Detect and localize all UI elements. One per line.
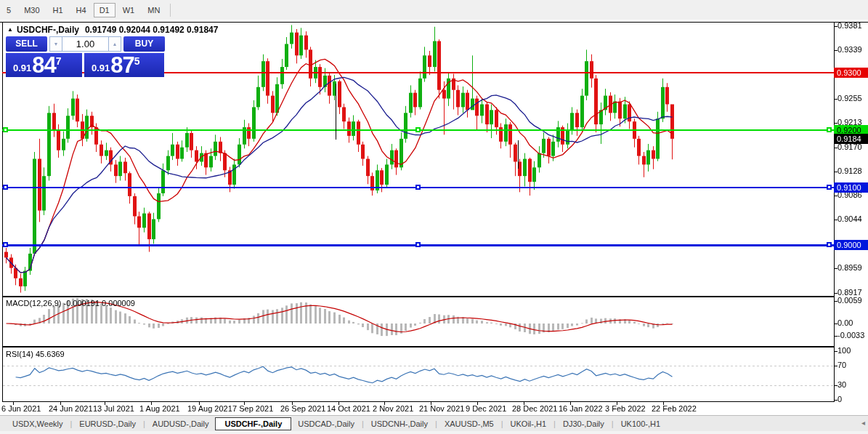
date-label: 6 Jun 2021 <box>1 404 41 413</box>
date-label: 1 Aug 2021 <box>139 404 180 413</box>
tab-scroll-left-icon[interactable]: ◂ <box>861 419 865 427</box>
line-handle[interactable] <box>827 127 832 132</box>
price-axis-line <box>834 22 835 402</box>
price-tick-label: 0.8917 <box>837 288 862 297</box>
collapse-arrow-icon[interactable]: ▲ <box>7 26 13 33</box>
date-label: 21 Nov 2021 <box>419 404 464 413</box>
macd-value-main: -0.000191 <box>63 299 100 308</box>
volume-decrease-button[interactable]: ▾ <box>49 36 62 52</box>
sell-price-prefix: 0.91 <box>13 63 31 73</box>
rsi-pane-label: RSI(14) 45.6369 <box>6 350 65 358</box>
rsi-axis-label: 0 <box>837 395 842 403</box>
status-strip <box>0 431 868 434</box>
chart-ohlc-values: 0.91749 0.92044 0.91492 0.91847 <box>85 25 219 35</box>
tab-eurusd-daily[interactable]: EURUSD-,Daily <box>73 417 142 430</box>
line-handle[interactable] <box>3 127 8 132</box>
line-handle[interactable] <box>3 242 8 247</box>
timeframe-button-d1[interactable]: D1 <box>94 3 115 17</box>
tab-audusd-daily[interactable]: AUDUSD-,Daily <box>146 417 216 430</box>
buy-button[interactable]: BUY <box>123 36 165 52</box>
vertical-line-object[interactable] <box>518 140 519 169</box>
line-handle[interactable] <box>415 127 421 132</box>
chart-border-bottom <box>2 401 835 402</box>
sell-price-display[interactable]: 0.91 84 7 <box>6 52 82 77</box>
macd-pane-separator <box>2 296 835 297</box>
date-label: 26 Sep 2021 <box>280 404 325 413</box>
price-tag-0.9100: 0.9100 <box>834 182 868 193</box>
sell-price-big: 84 <box>32 55 55 76</box>
date-label: 2 Nov 2021 <box>373 404 413 413</box>
date-label: 19 Aug 2021 <box>187 404 232 413</box>
macd-axis-label: 0.0059 <box>837 296 862 305</box>
price-tick-label: 0.9381 <box>837 21 862 30</box>
price-tag-0.9300: 0.9300 <box>834 68 868 78</box>
line-handle[interactable] <box>415 185 421 190</box>
date-label: 16 Jan 2022 <box>559 404 603 413</box>
toolbar-separator <box>170 4 171 17</box>
vertical-line-object[interactable] <box>336 84 336 140</box>
timeframe-button-h4[interactable]: H4 <box>70 3 92 17</box>
macd-axis-label: 0.00 <box>837 318 853 327</box>
line-handle[interactable] <box>827 242 832 247</box>
buy-price-big: 87 <box>110 55 134 76</box>
chart-symbol-label: USDCHF-,Daily <box>17 25 79 35</box>
sell-button[interactable]: SELL <box>6 36 47 52</box>
rsi-pane-separator <box>2 346 835 347</box>
rsi-axis-label: 70 <box>837 361 846 369</box>
date-label: 14 Oct 2021 <box>327 404 370 413</box>
macd-pane-label: MACD(12,26,9) -0.000191 0.000009 <box>6 299 135 308</box>
tab-ukoil-h1[interactable]: UKOil-,H1 <box>504 417 553 430</box>
macd-axis-label: -0.0033 <box>837 331 864 339</box>
sell-price-pip: 7 <box>56 55 62 67</box>
timeframe-button-m30[interactable]: M30 <box>18 3 45 17</box>
macd-value-signal: 0.000009 <box>102 299 135 308</box>
price-tag-0.9000: 0.9000 <box>834 240 868 250</box>
buy-price-display[interactable]: 0.91 87 5 <box>84 52 164 77</box>
one-click-trading-panel: SELL ▾ ▴ BUY 0.91 84 7 0.91 87 5 <box>6 36 165 77</box>
line-handle[interactable] <box>827 185 832 190</box>
tab-usdx-weekly[interactable]: USDX,Weekly <box>6 417 69 430</box>
tab-usdcnh-daily[interactable]: USDCNH-,Daily <box>365 417 434 430</box>
price-tick-label: 0.9339 <box>837 45 862 54</box>
volume-increase-button[interactable]: ▴ <box>108 36 121 52</box>
timeframe-button-5[interactable]: 5 <box>1 3 17 17</box>
date-label: 22 Feb 2022 <box>652 404 697 413</box>
rsi-axis-label: 30 <box>837 380 846 389</box>
chart-tab-bar: USDX,Weekly|EURUSD-,Daily|AUDUSD-,DailyU… <box>0 415 868 431</box>
date-label: 3 Feb 2022 <box>605 404 646 413</box>
date-label: 24 Jun 2021 <box>49 404 93 413</box>
price-tick-label: 0.8959 <box>837 263 862 272</box>
price-tick-label: 0.9128 <box>837 166 862 175</box>
chart-title: ▲USDCHF-,Daily0.91749 0.92044 0.91492 0.… <box>7 25 218 35</box>
date-label: 9 Dec 2021 <box>466 404 506 413</box>
date-label: 7 Sep 2021 <box>232 404 273 413</box>
price-tag-0.9184: 0.9184 <box>834 134 868 144</box>
rsi-label: RSI(14) <box>6 350 33 358</box>
tab-xauusd-m5[interactable]: XAUUSD-,M5 <box>438 417 500 430</box>
line-handle[interactable] <box>3 185 8 190</box>
price-tick-label: 0.9255 <box>837 94 862 103</box>
buy-price-prefix: 0.91 <box>92 63 110 73</box>
tab-usdchf-daily[interactable]: USDCHF-,Daily <box>215 417 291 430</box>
timeframe-toolbar: 5M30H1H4D1W1MN <box>0 0 868 20</box>
chart-border-top <box>0 22 868 23</box>
tab-uk100-h1[interactable]: UK100-,H1 <box>615 417 667 430</box>
volume-input[interactable] <box>62 36 108 52</box>
date-label: 13 Jul 2021 <box>93 404 134 413</box>
macd-label: MACD(12,26,9) <box>6 299 61 308</box>
chart-border-left <box>2 22 3 402</box>
price-tick-label: 0.9044 <box>837 214 862 223</box>
line-handle[interactable] <box>415 242 421 247</box>
tab-usdcad-daily[interactable]: USDCAD-,Daily <box>291 417 361 430</box>
timeframe-button-mn[interactable]: MN <box>142 3 166 17</box>
timeframe-button-h1[interactable]: H1 <box>47 3 69 17</box>
timeframe-button-w1[interactable]: W1 <box>117 3 141 17</box>
tab-dj30-daily[interactable]: DJ30-,Daily <box>556 417 611 430</box>
rsi-axis-label: 100 <box>837 346 851 355</box>
date-label: 28 Dec 2021 <box>512 404 557 413</box>
rsi-value: 45.6369 <box>36 350 65 358</box>
buy-price-pip: 5 <box>134 55 140 67</box>
